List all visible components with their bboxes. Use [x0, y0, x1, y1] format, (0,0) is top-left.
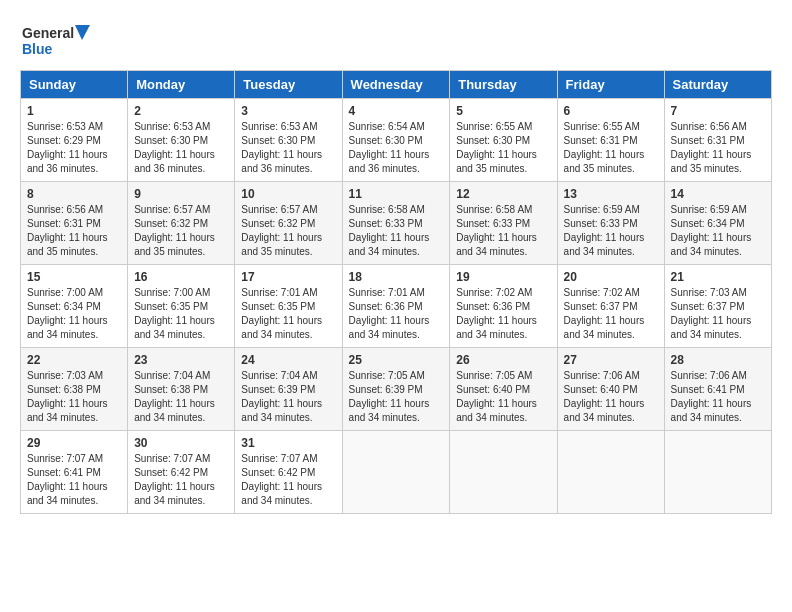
calendar-cell: 21Sunrise: 7:03 AM Sunset: 6:37 PM Dayli… [664, 265, 771, 348]
day-info: Sunrise: 6:53 AM Sunset: 6:30 PM Dayligh… [134, 120, 228, 176]
day-info: Sunrise: 6:54 AM Sunset: 6:30 PM Dayligh… [349, 120, 444, 176]
day-info: Sunrise: 7:06 AM Sunset: 6:41 PM Dayligh… [671, 369, 765, 425]
day-number: 5 [456, 104, 550, 118]
day-info: Sunrise: 7:04 AM Sunset: 6:39 PM Dayligh… [241, 369, 335, 425]
day-info: Sunrise: 6:53 AM Sunset: 6:30 PM Dayligh… [241, 120, 335, 176]
svg-text:General: General [22, 25, 74, 41]
day-info: Sunrise: 7:01 AM Sunset: 6:36 PM Dayligh… [349, 286, 444, 342]
calendar-cell: 24Sunrise: 7:04 AM Sunset: 6:39 PM Dayli… [235, 348, 342, 431]
calendar-header-row: SundayMondayTuesdayWednesdayThursdayFrid… [21, 71, 772, 99]
calendar-week-row: 1Sunrise: 6:53 AM Sunset: 6:29 PM Daylig… [21, 99, 772, 182]
day-info: Sunrise: 6:59 AM Sunset: 6:33 PM Dayligh… [564, 203, 658, 259]
day-info: Sunrise: 6:55 AM Sunset: 6:30 PM Dayligh… [456, 120, 550, 176]
day-number: 31 [241, 436, 335, 450]
calendar-cell: 20Sunrise: 7:02 AM Sunset: 6:37 PM Dayli… [557, 265, 664, 348]
day-info: Sunrise: 7:07 AM Sunset: 6:42 PM Dayligh… [134, 452, 228, 508]
calendar-cell [450, 431, 557, 514]
calendar-cell: 25Sunrise: 7:05 AM Sunset: 6:39 PM Dayli… [342, 348, 450, 431]
day-number: 14 [671, 187, 765, 201]
day-info: Sunrise: 6:57 AM Sunset: 6:32 PM Dayligh… [241, 203, 335, 259]
calendar-cell: 10Sunrise: 6:57 AM Sunset: 6:32 PM Dayli… [235, 182, 342, 265]
calendar-cell: 30Sunrise: 7:07 AM Sunset: 6:42 PM Dayli… [128, 431, 235, 514]
day-info: Sunrise: 7:07 AM Sunset: 6:42 PM Dayligh… [241, 452, 335, 508]
svg-marker-2 [75, 25, 90, 40]
day-number: 2 [134, 104, 228, 118]
day-info: Sunrise: 7:07 AM Sunset: 6:41 PM Dayligh… [27, 452, 121, 508]
calendar-cell: 15Sunrise: 7:00 AM Sunset: 6:34 PM Dayli… [21, 265, 128, 348]
day-info: Sunrise: 6:58 AM Sunset: 6:33 PM Dayligh… [349, 203, 444, 259]
day-number: 6 [564, 104, 658, 118]
calendar-cell: 11Sunrise: 6:58 AM Sunset: 6:33 PM Dayli… [342, 182, 450, 265]
calendar-cell: 31Sunrise: 7:07 AM Sunset: 6:42 PM Dayli… [235, 431, 342, 514]
calendar-cell: 6Sunrise: 6:55 AM Sunset: 6:31 PM Daylig… [557, 99, 664, 182]
calendar-week-row: 22Sunrise: 7:03 AM Sunset: 6:38 PM Dayli… [21, 348, 772, 431]
calendar-cell [664, 431, 771, 514]
day-info: Sunrise: 6:58 AM Sunset: 6:33 PM Dayligh… [456, 203, 550, 259]
calendar-cell: 18Sunrise: 7:01 AM Sunset: 6:36 PM Dayli… [342, 265, 450, 348]
day-info: Sunrise: 7:05 AM Sunset: 6:39 PM Dayligh… [349, 369, 444, 425]
day-number: 26 [456, 353, 550, 367]
weekday-header: Friday [557, 71, 664, 99]
day-number: 25 [349, 353, 444, 367]
calendar-cell: 17Sunrise: 7:01 AM Sunset: 6:35 PM Dayli… [235, 265, 342, 348]
day-number: 10 [241, 187, 335, 201]
day-number: 17 [241, 270, 335, 284]
calendar-cell [342, 431, 450, 514]
calendar-cell: 2Sunrise: 6:53 AM Sunset: 6:30 PM Daylig… [128, 99, 235, 182]
calendar-week-row: 15Sunrise: 7:00 AM Sunset: 6:34 PM Dayli… [21, 265, 772, 348]
day-number: 23 [134, 353, 228, 367]
day-info: Sunrise: 6:57 AM Sunset: 6:32 PM Dayligh… [134, 203, 228, 259]
day-number: 11 [349, 187, 444, 201]
day-number: 15 [27, 270, 121, 284]
day-number: 4 [349, 104, 444, 118]
weekday-header: Thursday [450, 71, 557, 99]
calendar-week-row: 29Sunrise: 7:07 AM Sunset: 6:41 PM Dayli… [21, 431, 772, 514]
calendar-cell: 13Sunrise: 6:59 AM Sunset: 6:33 PM Dayli… [557, 182, 664, 265]
page-header: GeneralBlue [20, 20, 772, 60]
day-info: Sunrise: 6:59 AM Sunset: 6:34 PM Dayligh… [671, 203, 765, 259]
calendar-cell: 7Sunrise: 6:56 AM Sunset: 6:31 PM Daylig… [664, 99, 771, 182]
day-number: 9 [134, 187, 228, 201]
logo-icon: GeneralBlue [20, 20, 100, 60]
calendar-cell: 29Sunrise: 7:07 AM Sunset: 6:41 PM Dayli… [21, 431, 128, 514]
weekday-header: Wednesday [342, 71, 450, 99]
calendar-cell: 14Sunrise: 6:59 AM Sunset: 6:34 PM Dayli… [664, 182, 771, 265]
calendar-cell [557, 431, 664, 514]
calendar-cell: 27Sunrise: 7:06 AM Sunset: 6:40 PM Dayli… [557, 348, 664, 431]
day-info: Sunrise: 6:56 AM Sunset: 6:31 PM Dayligh… [27, 203, 121, 259]
weekday-header: Monday [128, 71, 235, 99]
day-number: 22 [27, 353, 121, 367]
svg-text:Blue: Blue [22, 41, 53, 57]
weekday-header: Saturday [664, 71, 771, 99]
calendar-table: SundayMondayTuesdayWednesdayThursdayFrid… [20, 70, 772, 514]
calendar-week-row: 8Sunrise: 6:56 AM Sunset: 6:31 PM Daylig… [21, 182, 772, 265]
calendar-cell: 23Sunrise: 7:04 AM Sunset: 6:38 PM Dayli… [128, 348, 235, 431]
day-info: Sunrise: 7:04 AM Sunset: 6:38 PM Dayligh… [134, 369, 228, 425]
day-info: Sunrise: 7:02 AM Sunset: 6:37 PM Dayligh… [564, 286, 658, 342]
calendar-cell: 5Sunrise: 6:55 AM Sunset: 6:30 PM Daylig… [450, 99, 557, 182]
calendar-cell: 8Sunrise: 6:56 AM Sunset: 6:31 PM Daylig… [21, 182, 128, 265]
day-number: 12 [456, 187, 550, 201]
day-number: 30 [134, 436, 228, 450]
calendar-cell: 19Sunrise: 7:02 AM Sunset: 6:36 PM Dayli… [450, 265, 557, 348]
day-number: 27 [564, 353, 658, 367]
day-info: Sunrise: 7:01 AM Sunset: 6:35 PM Dayligh… [241, 286, 335, 342]
day-info: Sunrise: 7:06 AM Sunset: 6:40 PM Dayligh… [564, 369, 658, 425]
calendar-cell: 4Sunrise: 6:54 AM Sunset: 6:30 PM Daylig… [342, 99, 450, 182]
calendar-cell: 26Sunrise: 7:05 AM Sunset: 6:40 PM Dayli… [450, 348, 557, 431]
day-info: Sunrise: 6:55 AM Sunset: 6:31 PM Dayligh… [564, 120, 658, 176]
day-info: Sunrise: 6:53 AM Sunset: 6:29 PM Dayligh… [27, 120, 121, 176]
day-number: 29 [27, 436, 121, 450]
calendar-cell: 16Sunrise: 7:00 AM Sunset: 6:35 PM Dayli… [128, 265, 235, 348]
calendar-cell: 9Sunrise: 6:57 AM Sunset: 6:32 PM Daylig… [128, 182, 235, 265]
logo: GeneralBlue [20, 20, 100, 60]
calendar-cell: 28Sunrise: 7:06 AM Sunset: 6:41 PM Dayli… [664, 348, 771, 431]
day-info: Sunrise: 7:00 AM Sunset: 6:35 PM Dayligh… [134, 286, 228, 342]
day-number: 3 [241, 104, 335, 118]
day-info: Sunrise: 6:56 AM Sunset: 6:31 PM Dayligh… [671, 120, 765, 176]
day-info: Sunrise: 7:05 AM Sunset: 6:40 PM Dayligh… [456, 369, 550, 425]
day-number: 21 [671, 270, 765, 284]
day-number: 19 [456, 270, 550, 284]
day-info: Sunrise: 7:02 AM Sunset: 6:36 PM Dayligh… [456, 286, 550, 342]
day-info: Sunrise: 7:03 AM Sunset: 6:38 PM Dayligh… [27, 369, 121, 425]
